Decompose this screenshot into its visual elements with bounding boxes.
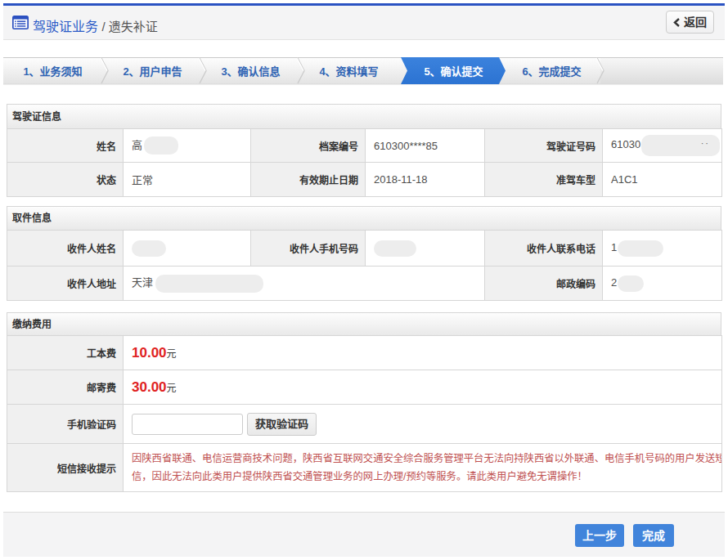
svg-text:3、确认信息: 3、确认信息 bbox=[221, 65, 280, 78]
svg-text:6、完成提交: 6、完成提交 bbox=[522, 65, 581, 78]
svg-text:1、业务须知: 1、业务须知 bbox=[23, 65, 82, 78]
svg-text:4、资料填写: 4、资料填写 bbox=[319, 65, 378, 78]
svg-text:5、确认提交: 5、确认提交 bbox=[424, 65, 483, 78]
svg-text:2、用户申告: 2、用户申告 bbox=[123, 65, 182, 78]
